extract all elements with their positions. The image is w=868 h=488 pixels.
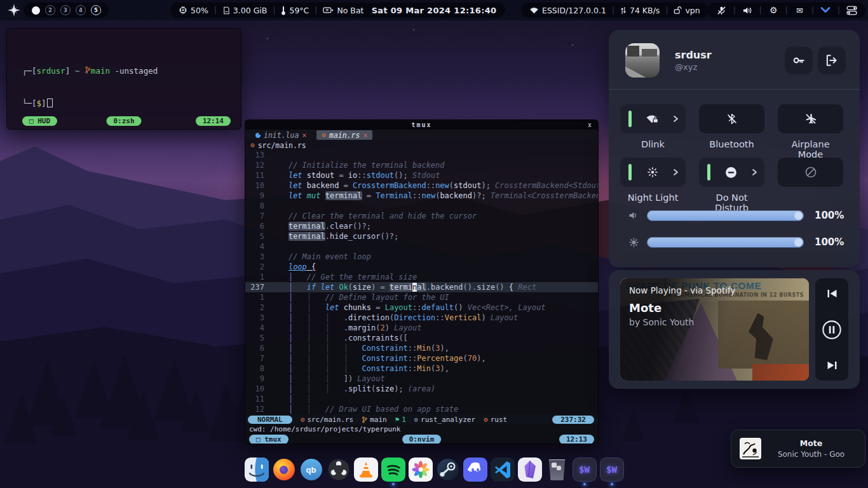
next-icon xyxy=(826,360,838,370)
no-indicator xyxy=(365,483,367,485)
workspace-4[interactable]: 4 xyxy=(76,5,86,15)
toggle-do-not-disturb[interactable] xyxy=(699,158,764,187)
key-button[interactable] xyxy=(785,46,813,74)
dock-item-steam[interactable] xyxy=(436,458,460,487)
photos-icon[interactable] xyxy=(409,458,433,482)
sw-app-2-icon[interactable]: $W xyxy=(600,458,624,482)
dock-item-discord[interactable] xyxy=(463,458,487,487)
dock-item-firefox[interactable] xyxy=(272,458,296,487)
dock-item-obsidian[interactable] xyxy=(518,458,542,487)
workspace-5[interactable]: 5 xyxy=(91,5,101,15)
workspace-1[interactable] xyxy=(32,6,40,15)
toggle-airplane-off[interactable] xyxy=(778,104,843,133)
brightness-slider-row: 100% xyxy=(609,235,860,249)
no-indicator xyxy=(501,483,504,485)
user-actions xyxy=(785,46,846,74)
microphone-muted-icon[interactable] xyxy=(716,5,727,16)
tmux-window[interactable]: 0:zsh xyxy=(106,116,141,126)
vscode-icon[interactable] xyxy=(491,458,515,482)
no-indicator xyxy=(474,483,477,485)
code-buffer[interactable]: 1312 // Initialize the terminal backend1… xyxy=(245,150,598,414)
mail-icon[interactable]: ✉ xyxy=(794,5,805,16)
tab-init-lua[interactable]: init.lua × xyxy=(250,130,311,140)
code-line: 5 │ │ │ .constraints([ xyxy=(245,333,598,343)
toggle-label: Bluetooth xyxy=(699,139,764,151)
dock-item-photos[interactable] xyxy=(409,458,433,487)
toggle-night-light[interactable] xyxy=(620,158,686,187)
qbittorrent-icon[interactable]: qb xyxy=(299,458,323,482)
rust-icon: ⚙ xyxy=(301,416,305,424)
network-status[interactable]: ESSID/127.0.0.1 | 74 KB/s | vpn xyxy=(521,3,709,18)
no-indicator xyxy=(337,483,340,485)
workspace-2[interactable]: 2 xyxy=(45,5,55,15)
logout-button[interactable] xyxy=(818,46,846,74)
clock[interactable]: Sat 09 Mar 2024 12:16:40 xyxy=(363,3,505,18)
close-icon[interactable]: x xyxy=(588,121,592,128)
launcher-star-icon[interactable] xyxy=(8,4,20,17)
system-stats[interactable]: 50% | 3.00 GiB | 59°C | No Bat xyxy=(170,3,372,18)
code-line: 7 │ │ │ │ Constraint::Percentage(70), xyxy=(245,353,598,363)
workspace-3[interactable]: 3 xyxy=(60,5,71,15)
sw-app-1-icon[interactable]: $W xyxy=(573,458,597,482)
editor-titlebar[interactable]: tmux x xyxy=(245,120,598,130)
previous-button[interactable] xyxy=(826,288,838,299)
pause-button[interactable] xyxy=(822,320,842,340)
terminal-cursor xyxy=(47,98,53,107)
avatar[interactable] xyxy=(625,43,660,78)
tmux-clock: 12:13 xyxy=(559,435,594,444)
firefox-icon[interactable] xyxy=(272,458,296,482)
toggle-bluetooth-off[interactable] xyxy=(699,104,764,133)
track-artist: by Sonic Youth xyxy=(629,317,694,327)
vlc-icon[interactable] xyxy=(354,458,378,482)
tmux-window[interactable]: 0:nvim xyxy=(402,435,442,444)
spotify-icon[interactable] xyxy=(381,458,405,482)
file-manager-icon[interactable] xyxy=(245,458,269,482)
dock-item-file-manager[interactable] xyxy=(245,458,269,487)
code-line: 12 // Initialize the terminal backend xyxy=(245,160,598,170)
dock-item-trash[interactable] xyxy=(545,458,569,487)
user-name: srdusr xyxy=(675,49,712,61)
toggle-wifi-lock[interactable] xyxy=(620,104,686,133)
tmux-session-name[interactable]: □ tmux xyxy=(249,435,288,444)
running-indicator xyxy=(583,483,586,485)
tab-close-icon[interactable]: × xyxy=(302,131,306,140)
code-line: 13 xyxy=(245,150,598,160)
statusline-flag: ⚑1 xyxy=(395,416,406,424)
chevron-right-icon[interactable] xyxy=(752,168,757,176)
steam-icon[interactable] xyxy=(436,458,460,482)
quick-settings-icon[interactable] xyxy=(846,5,857,16)
updates-chevron-icon[interactable] xyxy=(820,5,831,16)
dock-item-obs[interactable] xyxy=(327,458,351,487)
code-line: 3 // Main event loop xyxy=(245,252,598,262)
terminal-window[interactable]: ┌─[srdusr] ~ main -unstaged └─[$] -- INS… xyxy=(6,28,241,130)
dock-item-vlc[interactable] xyxy=(354,458,378,487)
brightness-gear-icon[interactable]: ⚙ xyxy=(768,5,779,16)
discord-icon[interactable] xyxy=(463,458,487,482)
next-button[interactable] xyxy=(826,360,838,370)
toggle-blocked[interactable] xyxy=(778,158,843,187)
dock-item-qbittorrent[interactable]: qb xyxy=(299,458,323,487)
chevron-right-icon[interactable] xyxy=(673,115,679,123)
obs-icon[interactable] xyxy=(327,458,351,482)
top-status-bar: 2345 50% | 3.00 GiB | 59°C | No Bat Sat … xyxy=(0,0,868,20)
dock-item-vscode[interactable] xyxy=(491,458,515,487)
toggle-cell-dlink: Dlink xyxy=(620,104,686,151)
dock-item-sw-app-1[interactable]: $W xyxy=(573,458,597,487)
chevron-right-icon[interactable] xyxy=(673,168,679,176)
dock-item-spotify[interactable] xyxy=(381,458,405,487)
obsidian-icon[interactable] xyxy=(518,458,542,482)
volume-icon[interactable] xyxy=(742,5,753,16)
brightness-slider[interactable] xyxy=(647,237,804,248)
trash-icon[interactable] xyxy=(545,458,569,482)
volume-slider[interactable] xyxy=(647,210,804,221)
editor-window[interactable]: tmux x init.lua × ⚙ main.rs × ⚙ src/main… xyxy=(245,119,599,444)
code-line: 10 let backend = CrosstermBackend::new(s… xyxy=(245,180,598,191)
dock-item-sw-app-2[interactable]: $W xyxy=(600,458,624,487)
tab-close-icon[interactable]: × xyxy=(363,131,367,140)
tab-main-rs[interactable]: ⚙ main.rs × xyxy=(316,130,372,140)
workspace-switcher[interactable]: 2345 xyxy=(24,3,109,18)
brightness-icon xyxy=(627,237,641,248)
tmux-session-name[interactable]: □ HUD xyxy=(22,116,57,126)
album-art[interactable]: SHAPE OF PUNK TO COME A CHIMERICAL BOMBI… xyxy=(620,278,809,381)
toggle-cell-airplane-mode: Airplane Mode xyxy=(778,104,843,151)
